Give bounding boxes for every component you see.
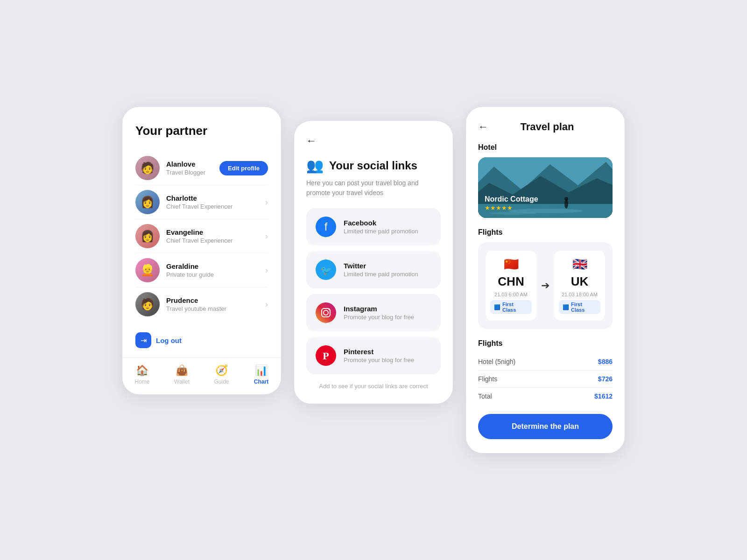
back-button[interactable]: ← xyxy=(306,135,317,147)
cost-row-flights: Flights $726 xyxy=(478,371,613,388)
nav-chart-label: Chart xyxy=(254,378,268,385)
cost-section: Hotel (5nigh) $886Flights $726Total $161… xyxy=(478,353,613,405)
instagram-logo xyxy=(316,302,336,323)
social-card-facebook[interactable]: fFacebook Limited time paid promotion xyxy=(306,208,441,245)
partner-name-charlotte: Charlotte xyxy=(166,194,261,202)
nav-guide-label: Guide xyxy=(214,378,229,385)
partner-row-alanlove[interactable]: 🧑Alanlove Travel BloggerEdit profile xyxy=(135,151,268,185)
plan-title: Travel plan xyxy=(495,121,599,133)
social-links-subtitle: Here you can post your travel blog and p… xyxy=(306,178,441,198)
partner-role-geraldine: Private tour guide xyxy=(166,271,261,278)
partner-arrow-icon-prudence: › xyxy=(265,300,268,309)
bottom-nav: 🏠 Home 👜 Wallet 🧭 Guide 📊 Chart xyxy=(122,357,281,394)
partner-name-evangeline: Evangeline xyxy=(166,228,261,236)
cost-row-hotel(5nigh): Hotel (5nigh) $886 xyxy=(478,353,613,371)
svg-point-7 xyxy=(329,309,330,310)
cost-value: $726 xyxy=(598,375,613,383)
plan-back-button[interactable]: ← xyxy=(478,121,488,133)
flight-to-flag: 🇬🇧 xyxy=(572,257,587,272)
social-card-desc-instagram: Promote your blog for free xyxy=(344,314,414,321)
chart-icon: 📊 xyxy=(255,364,268,377)
partner-row-evangeline[interactable]: 👩Evangeline Chief Travel Experiencer› xyxy=(135,219,268,253)
social-links-title: Your social links xyxy=(329,159,417,172)
partner-role-evangeline: Chief Travel Experiencer xyxy=(166,237,261,244)
flight-from-class: 🟦 First Class xyxy=(490,300,532,314)
partner-row-geraldine[interactable]: 👱Geraldine Private tour guide› xyxy=(135,253,268,287)
twitter-logo: 🐦 xyxy=(316,259,336,280)
flights-section-label: Flights xyxy=(478,228,613,237)
social-list: fFacebook Limited time paid promotion🐦Tw… xyxy=(306,208,441,374)
flights-card: 🇨🇳 CHN 21.03 6:00 AM 🟦 First Class ➔ 🇬🇧 … xyxy=(478,242,613,329)
flight-to-code: UK xyxy=(571,274,589,289)
partner-row-prudence[interactable]: 🧑Prudence Travel youtube master› xyxy=(135,287,268,321)
svg-point-15 xyxy=(489,212,536,215)
partner-card-title: Your partner xyxy=(135,124,268,138)
nav-wallet-label: Wallet xyxy=(174,378,190,385)
partner-name-prudence: Prudence xyxy=(166,296,261,304)
social-footer: Add to see if your social links are corr… xyxy=(306,383,441,390)
facebook-logo: f xyxy=(316,217,336,237)
avatar-alanlove: 🧑 xyxy=(135,156,160,180)
partner-name-geraldine: Geraldine xyxy=(166,262,261,270)
logout-row[interactable]: ⇥ Log out xyxy=(135,321,268,357)
social-card-desc-pinterest: Promote your blog for free xyxy=(344,357,414,364)
social-card-desc-twitter: Limited time paid promotion xyxy=(344,271,418,278)
social-card-text-pinterest: Pinterest Promote your blog for free xyxy=(344,348,414,364)
determine-plan-button[interactable]: Determine the plan xyxy=(478,414,613,439)
partner-info-evangeline: Evangeline Chief Travel Experiencer xyxy=(166,228,261,244)
partner-role-charlotte: Chief Travel Experiencer xyxy=(166,203,261,210)
social-card-title-twitter: Twitter xyxy=(344,262,418,270)
social-card-pinterest[interactable]: PPinterest Promote your blog for free xyxy=(306,337,441,374)
social-header: 👥 Your social links xyxy=(306,157,441,174)
partner-arrow-icon-evangeline: › xyxy=(265,231,268,241)
guide-icon: 🧭 xyxy=(215,364,228,377)
partner-list: 🧑Alanlove Travel BloggerEdit profile👩Cha… xyxy=(135,151,268,321)
nav-home[interactable]: 🏠 Home xyxy=(122,364,162,385)
partner-info-geraldine: Geraldine Private tour guide xyxy=(166,262,261,278)
partner-role-prudence: Travel youtube master xyxy=(166,305,261,312)
nav-chart[interactable]: 📊 Chart xyxy=(241,364,281,385)
partner-info-charlotte: Charlotte Chief Travel Experiencer xyxy=(166,194,261,210)
first-class-icon-to: 🟦 xyxy=(563,304,569,310)
cost-value: $886 xyxy=(598,358,613,365)
flight-from-code: CHN xyxy=(498,274,524,289)
flight-from-flag: 🇨🇳 xyxy=(504,257,519,272)
avatar-geraldine: 👱 xyxy=(135,258,160,282)
social-card-text-instagram: Instagram Promote your blog for free xyxy=(344,305,414,321)
social-card-instagram[interactable]: Instagram Promote your blog for free xyxy=(306,294,441,331)
social-card-twitter[interactable]: 🐦Twitter Limited time paid promotion xyxy=(306,251,441,288)
cost-value: $1612 xyxy=(594,392,613,400)
partner-card: Your partner 🧑Alanlove Travel BloggerEdi… xyxy=(122,107,281,394)
flight-from-col: 🇨🇳 CHN 21.03 6:00 AM 🟦 First Class xyxy=(486,251,536,321)
wallet-icon: 👜 xyxy=(176,364,188,377)
social-card-title-instagram: Instagram xyxy=(344,305,414,313)
screens-container: Your partner 🧑Alanlove Travel BloggerEdi… xyxy=(122,107,625,453)
social-card-text-twitter: Twitter Limited time paid promotion xyxy=(344,262,418,278)
logout-label: Log out xyxy=(156,336,182,344)
social-card-desc-facebook: Limited time paid promotion xyxy=(344,228,418,235)
flight-arrow-icon: ➔ xyxy=(541,280,550,292)
svg-point-4 xyxy=(316,302,336,323)
hotel-image: Nordic Cottage ★★★★★ xyxy=(478,157,613,218)
nav-guide[interactable]: 🧭 Guide xyxy=(202,364,241,385)
nav-wallet[interactable]: 👜 Wallet xyxy=(162,364,202,385)
partner-arrow-icon-charlotte: › xyxy=(265,197,268,207)
partner-name-alanlove: Alanlove xyxy=(166,160,219,168)
first-class-icon-from: 🟦 xyxy=(494,304,500,310)
partner-info-alanlove: Alanlove Travel Blogger xyxy=(166,160,219,176)
svg-text:P: P xyxy=(323,350,329,362)
flight-to-col: 🇬🇧 UK 21.03 18:00 AM 🟦 First Class xyxy=(554,251,605,321)
cost-row-total: Total $1612 xyxy=(478,388,613,405)
hotel-overlay: Nordic Cottage ★★★★★ xyxy=(485,195,538,211)
hotel-section-label: Hotel xyxy=(478,143,613,152)
cost-label: Hotel (5nigh) xyxy=(478,358,515,365)
avatar-evangeline: 👩 xyxy=(135,224,160,248)
hotel-stars: ★★★★★ xyxy=(485,204,538,211)
social-card-text-facebook: Facebook Limited time paid promotion xyxy=(344,219,418,235)
logout-icon: ⇥ xyxy=(135,332,151,348)
partner-row-charlotte[interactable]: 👩Charlotte Chief Travel Experiencer› xyxy=(135,185,268,219)
plan-header: ← Travel plan xyxy=(478,121,613,133)
avatar-charlotte: 👩 xyxy=(135,190,160,214)
edit-profile-button[interactable]: Edit profile xyxy=(219,161,268,175)
nav-home-label: Home xyxy=(134,378,149,385)
